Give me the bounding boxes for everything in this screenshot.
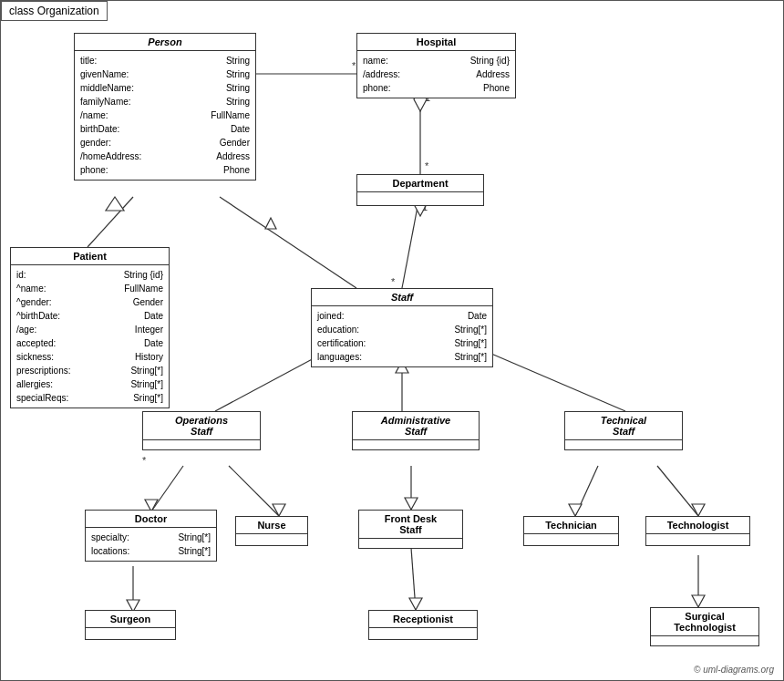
- doctor-body: specialty:String[*] locations:String[*]: [86, 528, 216, 561]
- surgeon-header: Surgeon: [86, 611, 175, 628]
- staff-header: Staff: [312, 289, 492, 306]
- front-desk-header: Front Desk Staff: [359, 511, 462, 539]
- technical-staff-class: Technical Staff: [564, 411, 683, 450]
- surgical-technologist-header: Surgical Technologist: [651, 608, 758, 636]
- svg-marker-1: [106, 197, 124, 211]
- surgical-technologist-class: Surgical Technologist: [650, 607, 759, 646]
- receptionist-header: Receptionist: [369, 611, 477, 628]
- diagram-container: class Organization: [0, 0, 784, 681]
- svg-marker-28: [409, 598, 422, 610]
- nurse-header: Nurse: [236, 517, 307, 534]
- doctor-class: Doctor specialty:String[*] locations:Str…: [85, 510, 217, 562]
- hospital-class: Hospital name:String {id} /address:Addre…: [356, 33, 516, 98]
- svg-line-27: [411, 548, 416, 610]
- copyright: © uml-diagrams.org: [694, 665, 774, 675]
- technical-staff-header: Technical Staff: [565, 412, 682, 440]
- svg-text:*: *: [391, 276, 396, 287]
- svg-line-17: [229, 466, 279, 516]
- person-class: Person title:String givenName:String mid…: [74, 33, 256, 181]
- department-header: Department: [357, 175, 483, 192]
- svg-marker-22: [569, 504, 582, 516]
- surgical-technologist-body: [651, 636, 758, 645]
- svg-line-15: [151, 466, 183, 511]
- doctor-header: Doctor: [86, 511, 216, 528]
- surgeon-body: [86, 628, 175, 639]
- operations-staff-class: Operations Staff: [142, 411, 261, 450]
- staff-class: Staff joined:Date education:String[*] ce…: [311, 288, 493, 367]
- hospital-header: Hospital: [357, 34, 515, 51]
- svg-marker-3: [265, 218, 276, 229]
- admin-staff-body: [353, 440, 479, 449]
- admin-staff-header: Administrative Staff: [353, 412, 479, 440]
- svg-marker-24: [692, 504, 705, 516]
- department-body: [357, 192, 483, 205]
- diagram-title: class Organization: [1, 1, 108, 21]
- nurse-class: Nurse: [235, 516, 308, 546]
- front-desk-body: [359, 539, 462, 548]
- nurse-body: [236, 534, 307, 545]
- patient-header: Patient: [11, 248, 169, 265]
- svg-line-23: [657, 466, 698, 516]
- technologist-header: Technologist: [646, 517, 749, 534]
- svg-text:*: *: [142, 455, 147, 466]
- receptionist-body: [369, 628, 477, 639]
- svg-marker-18: [273, 504, 285, 516]
- admin-staff-class: Administrative Staff: [352, 411, 480, 450]
- svg-line-0: [88, 197, 133, 247]
- svg-marker-30: [692, 595, 705, 607]
- svg-line-2: [220, 197, 356, 288]
- operations-staff-body: [143, 440, 260, 449]
- svg-line-21: [575, 466, 598, 516]
- surgeon-class: Surgeon: [85, 610, 176, 640]
- svg-marker-20: [405, 498, 418, 510]
- technician-header: Technician: [524, 517, 618, 534]
- technologist-body: [646, 534, 749, 545]
- technologist-class: Technologist: [645, 516, 750, 546]
- patient-body: id:String {id} ^name:FullName ^gender:Ge…: [11, 265, 169, 408]
- technician-body: [524, 534, 618, 545]
- svg-text:*: *: [425, 160, 429, 171]
- hospital-body: name:String {id} /address:Address phone:…: [357, 51, 515, 98]
- operations-staff-header: Operations Staff: [143, 412, 260, 440]
- receptionist-class: Receptionist: [368, 610, 478, 640]
- department-class: Department: [356, 174, 484, 206]
- person-body: title:String givenName:String middleName…: [75, 51, 255, 180]
- person-header: Person: [75, 34, 255, 51]
- technical-staff-body: [565, 440, 682, 449]
- technician-class: Technician: [523, 516, 619, 546]
- staff-body: joined:Date education:String[*] certific…: [312, 306, 492, 366]
- front-desk-class: Front Desk Staff: [358, 510, 463, 549]
- svg-line-6: [402, 192, 420, 288]
- patient-class: Patient id:String {id} ^name:FullName ^g…: [10, 247, 170, 408]
